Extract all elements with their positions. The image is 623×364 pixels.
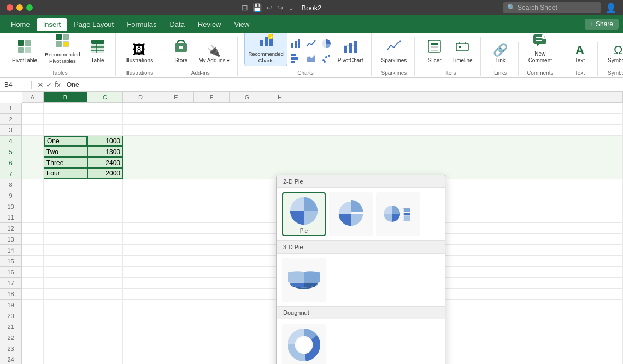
illustrations-label: Illustrations — [126, 57, 154, 64]
maximize-button[interactable] — [26, 4, 33, 11]
cell-c4[interactable]: 1000 — [87, 136, 123, 146]
minimize-button[interactable] — [16, 4, 23, 11]
cancel-formula-icon[interactable]: ✕ — [37, 80, 44, 89]
cell-a6[interactable] — [22, 157, 44, 168]
tab-data[interactable]: Data — [163, 18, 191, 31]
undo-icon[interactable]: ↩ — [266, 3, 273, 12]
pivot-chart-button[interactable]: PivotChart — [334, 37, 367, 66]
svg-rect-32 — [344, 46, 347, 53]
chart-item-pie-3d-1[interactable] — [282, 258, 326, 302]
svg-rect-52 — [404, 213, 410, 215]
user-icon[interactable]: 👤 — [606, 3, 616, 13]
cell-c5[interactable]: 1300 — [87, 146, 123, 157]
cell-a1[interactable] — [22, 103, 44, 113]
sidebar-icon[interactable]: ⊟ — [242, 3, 248, 12]
cell-c6[interactable]: 2400 — [87, 157, 123, 168]
sparklines-button[interactable]: Sparklines — [378, 37, 410, 66]
cell-a2[interactable] — [22, 114, 44, 124]
cell-c2[interactable] — [87, 114, 123, 124]
area-chart-button[interactable] — [304, 52, 318, 66]
cell-a7[interactable] — [22, 168, 44, 179]
cell-b3[interactable] — [44, 125, 87, 135]
text-button[interactable]: A Text — [567, 42, 593, 66]
cell-rest-1[interactable] — [123, 103, 623, 113]
chart-items-2d-pie: Pie — [277, 188, 445, 240]
cell-rest-4[interactable] — [123, 136, 623, 146]
cell-rest-6[interactable] — [123, 157, 623, 168]
row-header-6: 6 — [0, 157, 21, 168]
timeline-button[interactable]: Timeline — [449, 37, 475, 66]
sparklines-icon — [386, 39, 402, 56]
pie-chart-button[interactable] — [319, 38, 333, 51]
tab-view[interactable]: View — [228, 18, 256, 31]
cell-b2[interactable] — [44, 114, 87, 124]
tab-page-layout[interactable]: Page Layout — [67, 18, 120, 31]
symbols-button[interactable]: Ω Symbols — [604, 42, 623, 66]
bar-chart-button[interactable] — [289, 52, 303, 66]
table-row — [22, 125, 623, 136]
cell-b6[interactable]: Three — [44, 157, 87, 168]
window-controls[interactable] — [7, 4, 33, 11]
recommended-charts-button[interactable]: ★ RecommendedCharts — [244, 33, 287, 66]
close-button[interactable] — [7, 4, 13, 11]
chart-type-dropdown: 2-D Pie Pie — [276, 175, 445, 364]
more-icon[interactable]: ⌄ — [288, 3, 295, 12]
cell-rest-2[interactable] — [123, 114, 623, 124]
row-headers: 1 2 3 4 5 6 7 8 9 10 11 12 13 14 15 16 1… — [0, 103, 22, 364]
ribbon-tabs: Home Insert Page Layout Formulas Data Re… — [0, 15, 623, 33]
titlebar-icons: ⊟ 💾 ↩ ↪ ⌄ — [242, 3, 295, 12]
slicer-button[interactable]: Slicer — [421, 37, 448, 66]
cell-a4[interactable] — [22, 136, 44, 146]
chart-item-pie-2d-1[interactable]: Pie — [282, 192, 326, 236]
cell-a3[interactable] — [22, 125, 44, 135]
chart-item-donut-1[interactable] — [282, 324, 326, 364]
tab-formulas[interactable]: Formulas — [120, 18, 163, 31]
my-addins-label: My Add-ins ▾ — [198, 57, 230, 64]
tab-insert[interactable]: Insert — [37, 18, 68, 31]
illustrations-button[interactable]: 🖼 Illustrations — [122, 41, 157, 66]
cell-c1[interactable] — [87, 103, 123, 113]
row-header-12: 12 — [0, 223, 21, 234]
search-bar[interactable]: 🔍 — [503, 2, 601, 13]
column-chart-button[interactable] — [289, 38, 303, 51]
cell-b7[interactable]: Four — [44, 168, 87, 179]
chart-item-pie-2d-2[interactable] — [329, 192, 373, 236]
row-header-9: 9 — [0, 190, 21, 201]
formula-icons: ✕ ✓ fx — [35, 80, 63, 89]
pie-chart-icon — [321, 39, 331, 50]
cell-c3[interactable] — [87, 125, 123, 135]
search-input[interactable] — [518, 4, 594, 11]
line-chart-button[interactable] — [304, 38, 318, 51]
redo-icon[interactable]: ↪ — [277, 3, 284, 12]
new-comment-button[interactable]: + NewComment — [525, 33, 555, 66]
chart-item-pie-2d-3[interactable] — [376, 192, 420, 236]
cell-a5[interactable] — [22, 146, 44, 157]
store-button[interactable]: Store — [168, 37, 194, 66]
cell-b4[interactable]: One — [44, 136, 87, 146]
row-header-11: 11 — [0, 212, 21, 223]
cell-rest-5[interactable] — [123, 146, 623, 157]
scatter-chart-button[interactable] — [319, 52, 333, 66]
cell-reference[interactable]: B4 — [4, 81, 32, 89]
table-row: Two 1300 — [22, 146, 623, 157]
tab-home[interactable]: Home — [4, 18, 37, 31]
share-button[interactable]: + Share — [585, 19, 619, 30]
save-icon[interactable]: 💾 — [252, 3, 262, 12]
formula-input[interactable]: One — [67, 81, 619, 89]
ribbon-group-symbols: Ω Symbols Symbols — [600, 42, 623, 76]
link-button[interactable]: 🔗 Link — [487, 42, 514, 66]
tables-group-label: Tables — [52, 68, 68, 76]
tab-review[interactable]: Review — [191, 18, 228, 31]
insert-function-icon[interactable]: fx — [55, 80, 61, 89]
col-header-c: C — [87, 92, 123, 102]
cell-b5[interactable]: Two — [44, 146, 87, 157]
table-button[interactable]: Table — [85, 37, 111, 66]
my-addins-button[interactable]: 🔌 My Add-ins ▾ — [195, 43, 233, 66]
pivot-table-button[interactable]: PivotTable — [9, 37, 40, 66]
recommended-pivottables-button[interactable]: RecommendedPivotTables — [42, 33, 83, 66]
cell-c7[interactable]: 2000 — [87, 168, 123, 179]
confirm-formula-icon[interactable]: ✓ — [46, 80, 52, 89]
cell-b1[interactable] — [44, 103, 87, 113]
cell-rest-3[interactable] — [123, 125, 623, 135]
chart-section-2d-pie: 2-D Pie — [277, 175, 445, 188]
